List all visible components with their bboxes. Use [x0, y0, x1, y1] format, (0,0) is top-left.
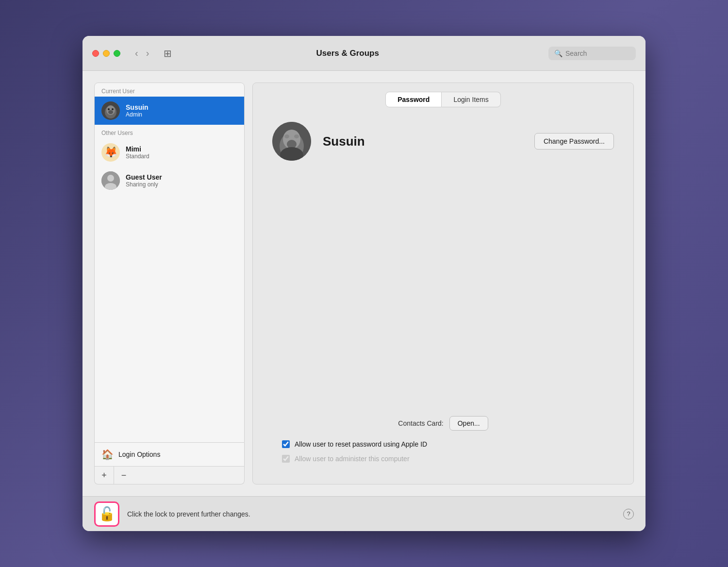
sidebar-list: Current User Susuin	[94, 83, 245, 443]
forward-button[interactable]: ›	[143, 46, 152, 61]
main-panel: Password Login Items	[252, 83, 634, 484]
change-password-button[interactable]: Change Password...	[534, 133, 614, 150]
sidebar-item-mimi[interactable]: 🦊 Mimi Standard	[95, 138, 244, 167]
open-contacts-button[interactable]: Open...	[449, 416, 488, 431]
lock-button[interactable]: 🔓	[94, 501, 119, 527]
svg-point-4	[112, 108, 114, 110]
sidebar-actions: + −	[94, 467, 245, 484]
search-box[interactable]: 🔍	[548, 47, 636, 60]
tab-password[interactable]: Password	[385, 92, 442, 107]
reset-password-row: Allow user to reset password using Apple…	[272, 440, 614, 448]
help-button[interactable]: ?	[623, 509, 634, 519]
user-info-susuin: Susuin Admin	[126, 103, 149, 118]
avatar-mimi: 🦊	[101, 143, 120, 162]
user-role-susuin: Admin	[126, 111, 149, 118]
window-title: Users & Groups	[154, 49, 541, 58]
user-name-susuin: Susuin	[126, 103, 149, 111]
administer-computer-label: Allow user to administer this computer	[295, 455, 410, 463]
svg-point-12	[284, 134, 289, 138]
titlebar: ‹ › ⊞ Users & Groups 🔍	[83, 36, 645, 71]
bottom-bar: 🔓 Click the lock to prevent further chan…	[83, 496, 645, 531]
svg-point-3	[108, 108, 110, 110]
tab-login-items[interactable]: Login Items	[442, 92, 500, 107]
username-display: Susuin	[323, 134, 523, 149]
sidebar: Current User Susuin	[94, 83, 245, 484]
reset-password-label: Allow user to reset password using Apple…	[295, 440, 427, 448]
traffic-lights	[92, 50, 120, 57]
user-name-mimi: Mimi	[126, 145, 149, 153]
main-window: ‹ › ⊞ Users & Groups 🔍 Current User	[83, 36, 645, 531]
lock-text: Click the lock to prevent further change…	[127, 510, 615, 518]
sidebar-item-guest[interactable]: Guest User Sharing only	[95, 167, 244, 195]
reset-password-checkbox[interactable]	[282, 440, 290, 448]
user-header: Susuin Change Password...	[272, 122, 614, 161]
maximize-button[interactable]	[114, 50, 120, 57]
large-avatar	[272, 122, 311, 161]
user-info-guest: Guest User Sharing only	[126, 173, 162, 188]
minimize-button[interactable]	[103, 50, 110, 57]
back-button[interactable]: ‹	[132, 46, 141, 61]
search-input[interactable]	[565, 50, 630, 57]
current-user-label: Current User	[95, 83, 244, 97]
content-area: Current User Susuin	[83, 71, 645, 496]
add-user-button[interactable]: +	[95, 467, 114, 484]
other-users-label: Other Users	[95, 125, 244, 138]
svg-point-13	[294, 134, 299, 138]
administer-computer-row: Allow user to administer this computer	[272, 455, 614, 463]
user-role-mimi: Standard	[126, 153, 149, 160]
lock-icon: 🔓	[99, 506, 116, 522]
remove-user-button[interactable]: −	[114, 467, 133, 484]
home-icon: 🏠	[101, 449, 114, 460]
svg-point-7	[107, 175, 114, 182]
administer-computer-checkbox[interactable]	[282, 455, 290, 463]
contacts-card-label: Contacts Card:	[398, 419, 443, 427]
panel-content: Susuin Change Password... Contacts Card:…	[253, 107, 633, 484]
svg-point-5	[108, 110, 113, 114]
spacer	[272, 175, 614, 416]
user-name-guest: Guest User	[126, 173, 162, 181]
avatar-susuin	[101, 101, 120, 120]
nav-buttons: ‹ ›	[132, 46, 152, 61]
user-info-mimi: Mimi Standard	[126, 145, 149, 160]
avatar-guest	[101, 171, 120, 190]
login-options-label: Login Options	[118, 450, 160, 458]
login-options-row[interactable]: 🏠 Login Options	[94, 443, 245, 467]
user-role-guest: Sharing only	[126, 181, 162, 188]
search-icon: 🔍	[554, 50, 563, 57]
sidebar-item-susuin[interactable]: Susuin Admin	[95, 97, 244, 125]
tabs: Password Login Items	[253, 83, 633, 107]
close-button[interactable]	[92, 50, 99, 57]
contacts-card-row: Contacts Card: Open...	[272, 416, 614, 431]
